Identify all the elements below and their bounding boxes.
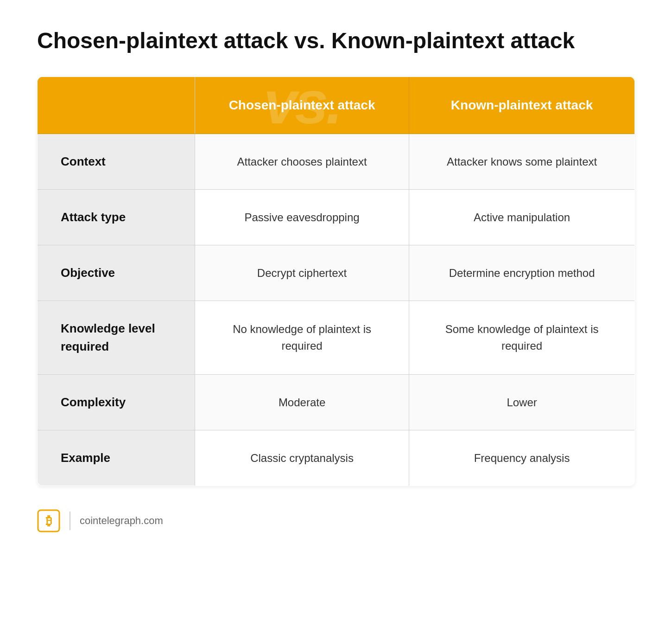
row-chosen-value: Moderate: [195, 375, 409, 430]
row-chosen-value: Passive eavesdropping: [195, 190, 409, 245]
row-label: Complexity: [38, 375, 195, 430]
svg-text:₿: ₿: [46, 514, 52, 528]
table-row: Attack typePassive eavesdroppingActive m…: [38, 190, 635, 245]
row-label: Objective: [38, 245, 195, 301]
row-label: Attack type: [38, 190, 195, 245]
row-label: Example: [38, 430, 195, 486]
comparison-table: vs. Chosen-plaintext attack Known-plaint…: [37, 77, 635, 486]
table-header-row: vs. Chosen-plaintext attack Known-plaint…: [38, 77, 635, 134]
row-known-value: Determine encryption method: [409, 245, 635, 301]
row-label: Knowledge level required: [38, 301, 195, 375]
footer-site: cointelegraph.com: [80, 515, 163, 527]
table-row: ComplexityModerateLower: [38, 375, 635, 430]
table-row: ExampleClassic cryptanalysisFrequency an…: [38, 430, 635, 486]
header-chosen-text: Chosen-plaintext attack: [229, 98, 375, 112]
footer-divider: [70, 512, 70, 530]
table-row: ContextAttacker chooses plaintextAttacke…: [38, 134, 635, 190]
page-title: Chosen-plaintext attack vs. Known-plaint…: [37, 28, 635, 53]
table-row: Knowledge level requiredNo knowledge of …: [38, 301, 635, 375]
header-known-text: Known-plaintext attack: [451, 98, 593, 112]
site-logo: ₿: [37, 509, 60, 532]
row-known-value: Attacker knows some plaintext: [409, 134, 635, 190]
header-known-col: Known-plaintext attack: [409, 77, 635, 134]
row-chosen-value: Classic cryptanalysis: [195, 430, 409, 486]
header-label-col: [38, 77, 195, 134]
row-chosen-value: Attacker chooses plaintext: [195, 134, 409, 190]
row-chosen-value: No knowledge of plaintext is required: [195, 301, 409, 375]
row-known-value: Lower: [409, 375, 635, 430]
row-known-value: Some knowledge of plaintext is required: [409, 301, 635, 375]
row-known-value: Frequency analysis: [409, 430, 635, 486]
header-chosen-col: vs. Chosen-plaintext attack: [195, 77, 409, 134]
row-chosen-value: Decrypt ciphertext: [195, 245, 409, 301]
row-known-value: Active manipulation: [409, 190, 635, 245]
row-label: Context: [38, 134, 195, 190]
footer: ₿ cointelegraph.com: [37, 509, 635, 532]
table-row: ObjectiveDecrypt ciphertextDetermine enc…: [38, 245, 635, 301]
